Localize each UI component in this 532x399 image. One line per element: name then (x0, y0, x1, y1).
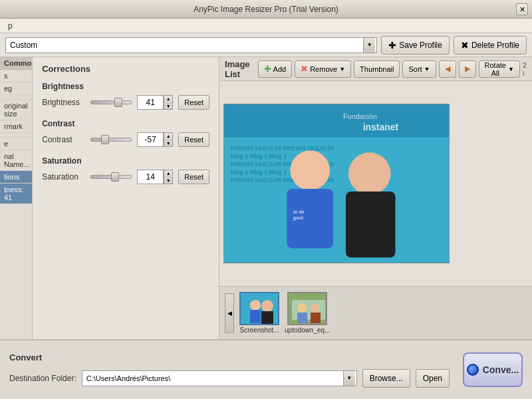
svg-point-23 (311, 303, 320, 313)
destination-label: Destination Folder: (9, 374, 76, 383)
brightness-label: Brightness (42, 98, 85, 107)
svg-rect-12 (346, 192, 396, 257)
brightness-input[interactable] (137, 95, 164, 110)
thumbnail-image-1[interactable] (287, 292, 327, 325)
saturation-arrows[interactable]: ▲ ▼ (164, 170, 173, 184)
svg-rect-25 (311, 313, 321, 323)
corrections-title: Corrections (42, 64, 209, 74)
convert-button[interactable]: Conve... (463, 352, 523, 387)
delete-profile-label: Delete Profile (471, 41, 519, 50)
thumbnail-button[interactable]: Thumbnail (354, 61, 400, 78)
saturation-group: Saturation Saturation ▲ ▼ Reset (42, 156, 209, 184)
destination-path-input[interactable]: C:\Users\Andrés\Pictures\ ▼ (82, 370, 357, 386)
sidebar-item-s[interactable]: s (0, 70, 32, 82)
rotate-dropdown-arrow[interactable]: ▼ (508, 66, 514, 72)
brightness-group: Brightness Brightness ▲ ▼ Reset (42, 82, 209, 110)
svg-text:instanet: instanet (363, 122, 399, 132)
svg-text:good: good (293, 215, 303, 221)
count-badge: 2 i (523, 61, 527, 77)
add-button[interactable]: ✚ Add (258, 61, 293, 78)
sidebar-item-tions[interactable]: tions (0, 171, 32, 184)
image-main: Fundación instanet PREMIS MULIS.05 PREMI… (219, 81, 532, 339)
image-toolbar: Image List ✚ Add ✖ Remove ▼ Thumbnail So… (219, 57, 532, 81)
open-label: Open (423, 374, 442, 383)
contrast-input[interactable] (137, 132, 164, 147)
scroll-left-arrow[interactable]: ◀ (225, 293, 234, 333)
thumbnail-label-0: Screenshot... (240, 327, 279, 334)
corrections-panel: Corrections Brightness Brightness ▲ ▼ Re… (33, 57, 219, 339)
title-bar: AnyPic Image Resizer Pro (Trial Version)… (0, 0, 532, 19)
brightness-up[interactable]: ▲ (164, 96, 172, 103)
arrow-left-button[interactable]: ◀ (439, 61, 456, 78)
sidebar-item-rmark[interactable]: rmark (0, 120, 32, 133)
arrow-right-button[interactable]: ▶ (459, 61, 476, 78)
profile-bar: Custom ▼ ✚ Save Profile ✖ Delete Profile (0, 33, 532, 57)
remove-dropdown-arrow[interactable]: ▼ (339, 66, 345, 72)
image-preview: Fundación instanet PREMIS MULIS.05 PREMI… (219, 81, 532, 286)
saturation-input[interactable] (137, 170, 164, 184)
contrast-up[interactable]: ▲ (164, 133, 172, 140)
sort-dropdown-arrow[interactable]: ▼ (424, 66, 430, 72)
svg-point-22 (297, 303, 307, 313)
brightness-down[interactable]: ▼ (164, 103, 172, 110)
sidebar-item-eg[interactable]: eg (0, 82, 32, 95)
contrast-row: Contrast ▲ ▼ Reset (42, 132, 209, 147)
save-profile-button[interactable]: ✚ Save Profile (381, 36, 450, 55)
svg-rect-17 (250, 310, 261, 323)
remove-button[interactable]: ✖ Remove ▼ (295, 61, 351, 78)
svg-point-16 (250, 300, 261, 311)
brightness-slider[interactable] (90, 100, 132, 104)
thumbnail-image-0[interactable] (239, 292, 279, 325)
thumbnail-item-1[interactable]: uptodown_eq... (285, 292, 330, 334)
remove-icon: ✖ (301, 64, 308, 74)
contrast-group: Contrast Contrast ▲ ▼ Reset (42, 119, 209, 147)
delete-icon: ✖ (461, 40, 469, 51)
brightness-reset[interactable]: Reset (178, 95, 209, 110)
rotate-all-button[interactable]: Rotate All ▼ (479, 61, 520, 78)
thumbnail-label-1: uptodown_eq... (285, 327, 330, 334)
contrast-reset[interactable]: Reset (178, 132, 209, 147)
sidebar-item-nal-name[interactable]: nal Name... (0, 150, 32, 171)
brightness-section-title: Brightness (42, 82, 209, 91)
saturation-down[interactable]: ▼ (164, 178, 172, 184)
contrast-down[interactable]: ▼ (164, 140, 172, 147)
sidebar-item-original-size[interactable]: original size (0, 100, 32, 120)
browse-button[interactable]: Browse... (362, 369, 410, 388)
browse-label: Browse... (370, 374, 403, 383)
close-button[interactable]: ✕ (516, 3, 528, 15)
saturation-label: Saturation (42, 172, 85, 182)
sort-button[interactable]: Sort ▼ (402, 61, 436, 78)
profile-dropdown-arrow[interactable]: ▼ (363, 38, 375, 53)
profile-select[interactable]: Custom ▼ (5, 37, 377, 53)
thumbnail-item-0[interactable]: Screenshot... (239, 292, 279, 334)
sidebar-item-blank2[interactable] (0, 133, 32, 138)
main-image: Fundación instanet PREMIS MULIS.05 PREMI… (223, 104, 450, 263)
menu-item-p[interactable]: p (3, 20, 18, 32)
contrast-slider[interactable] (90, 138, 132, 142)
contrast-arrows[interactable]: ▲ ▼ (164, 132, 173, 147)
saturation-thumb[interactable] (111, 172, 119, 182)
saturation-slider[interactable] (90, 175, 132, 179)
saturation-row: Saturation ▲ ▼ Reset (42, 170, 209, 184)
menu-bar: p (0, 19, 532, 33)
open-button[interactable]: Open (416, 369, 450, 388)
convert-row: Destination Folder: C:\Users\Andrés\Pict… (9, 369, 450, 388)
contrast-section-title: Contrast (42, 119, 209, 128)
sidebar-item-blank1[interactable] (0, 95, 32, 100)
contrast-label: Contrast (42, 135, 85, 144)
contrast-spinner: ▲ ▼ (137, 132, 173, 147)
saturation-up[interactable]: ▲ (164, 170, 172, 178)
image-list-title: Image List (225, 59, 250, 79)
path-dropdown-arrow[interactable]: ▼ (343, 371, 355, 386)
sidebar-item-e[interactable]: e (0, 138, 32, 150)
svg-rect-24 (297, 313, 307, 323)
brightness-arrows[interactable]: ▲ ▼ (164, 95, 173, 110)
svg-point-18 (261, 300, 273, 312)
contrast-thumb[interactable] (101, 135, 109, 144)
saturation-reset[interactable]: Reset (178, 170, 209, 184)
brightness-spinner: ▲ ▼ (137, 95, 173, 110)
brightness-thumb[interactable] (114, 98, 122, 107)
sidebar-item-tness[interactable]: tness: 41 (0, 184, 32, 204)
svg-rect-1 (224, 104, 449, 138)
delete-profile-button[interactable]: ✖ Delete Profile (454, 36, 527, 55)
